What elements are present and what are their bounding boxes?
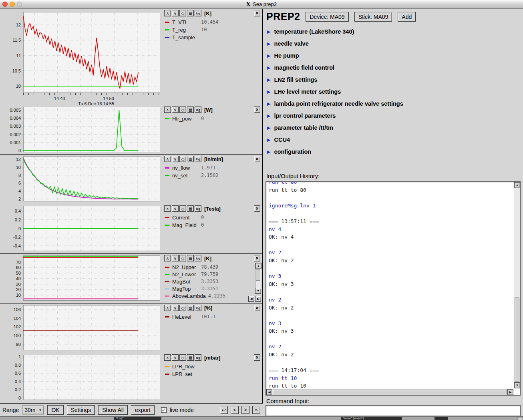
rescale-button[interactable]: ◇	[179, 305, 186, 311]
tree-item-6[interactable]: ▶LHe level meter settings	[267, 86, 520, 98]
legend-series-row[interactable]: Mag_Field0	[165, 221, 204, 229]
tree-item-8[interactable]: ▶lpr control parameters	[267, 110, 520, 122]
legend-series-row[interactable]: T_reg10	[165, 26, 207, 33]
settings-button[interactable]: Settings	[67, 405, 95, 415]
scroll-left-icon[interactable]: ◀	[266, 389, 272, 395]
options-button[interactable]: ▦	[187, 354, 194, 361]
scroll-down-icon[interactable]: ▼	[514, 382, 520, 388]
tree-item-5[interactable]: ▶LN2 fill settings	[267, 74, 520, 86]
close-plot-icon[interactable]: ×	[254, 107, 260, 113]
titlebar[interactable]: XSea prep2	[0, 0, 523, 9]
log-scale-button[interactable]: log	[195, 305, 201, 311]
legend-series-row[interactable]: Current0	[165, 214, 204, 221]
legend-horizontal-scroll-buttons[interactable]: ◀▶	[248, 296, 261, 302]
legend-series-row[interactable]: N2_Lower79.759	[165, 271, 218, 278]
scroll-down-button[interactable]: ∨	[172, 354, 179, 361]
log-scale-button[interactable]: log	[195, 354, 201, 361]
log-scale-button[interactable]: log	[195, 107, 201, 113]
scroll-left-icon[interactable]: ◀	[248, 296, 254, 302]
scroll-down-button[interactable]: ∨	[172, 255, 179, 261]
close-plot-icon[interactable]: ×	[254, 156, 260, 162]
options-button[interactable]: ▦	[187, 305, 194, 311]
scroll-down-button[interactable]: ∨	[172, 156, 179, 162]
plot-area[interactable]	[23, 206, 160, 251]
tree-item-2[interactable]: ▶needle valve	[267, 38, 520, 50]
scroll-right-icon[interactable]: ▶	[507, 389, 513, 395]
scroll-down-button[interactable]: ∨	[172, 305, 179, 311]
console-vertical-scrollbar[interactable]: ▲ ▼	[514, 182, 520, 388]
plot-area[interactable]	[23, 12, 160, 93]
scroll-down-button[interactable]: ∨	[172, 10, 179, 16]
io-history-console[interactable]: run tt 80run tt to 80 ignoreMsg lnv 1 ==…	[266, 181, 521, 396]
scroll-up-icon[interactable]: ▲	[514, 182, 520, 188]
scroll-up-button[interactable]: ∧	[164, 354, 171, 361]
legend-series-row[interactable]: AboveLambda4.2235	[165, 292, 225, 299]
scrollbar-thumb[interactable]	[515, 297, 519, 382]
legend-series-row[interactable]: nv_set2.1502	[165, 172, 218, 179]
tree-item-3[interactable]: ▶He pump	[267, 50, 520, 62]
legend-series-row[interactable]: nv_flow1.971	[165, 164, 215, 171]
scrollbar-thumb[interactable]	[273, 390, 507, 394]
scrollbar-thumb[interactable]	[256, 269, 260, 281]
refresh-icon[interactable]: ↩	[220, 406, 228, 414]
scroll-up-button[interactable]: ∧	[164, 255, 171, 261]
legend-series-row[interactable]: Htr_pow0	[165, 115, 204, 122]
device-button[interactable]: Device: MA09	[306, 12, 348, 22]
jump-to-end-icon[interactable]: »	[252, 406, 260, 414]
legend-series-row[interactable]: T_VTI10.454	[165, 18, 218, 26]
live-mode-checkbox[interactable]: ✓	[161, 407, 167, 413]
rescale-button[interactable]: ◇	[179, 10, 186, 16]
scroll-down-icon[interactable]: ▼	[255, 288, 261, 294]
step-forward-icon[interactable]: >	[241, 406, 249, 414]
scroll-up-button[interactable]: ∧	[164, 156, 171, 162]
scroll-up-button[interactable]: ∧	[164, 107, 171, 113]
log-scale-button[interactable]: log	[195, 255, 201, 261]
show-all-button[interactable]: Show All	[98, 405, 128, 415]
legend-series-row[interactable]: LPR_flow	[165, 363, 201, 370]
range-select[interactable]: 30m ▼	[22, 406, 44, 414]
log-scale-button[interactable]: log	[195, 205, 201, 212]
stick-button[interactable]: Stick: MA09	[354, 12, 392, 22]
rescale-button[interactable]: ◇	[179, 205, 186, 212]
options-button[interactable]: ▦	[187, 10, 194, 16]
legend-series-row[interactable]: T_sample	[165, 34, 201, 41]
legend-series-row[interactable]: MagTop3.3351	[165, 285, 218, 292]
scroll-right-icon[interactable]: ▶	[255, 296, 261, 302]
rescale-button[interactable]: ◇	[179, 255, 186, 261]
legend-series-row[interactable]: HeLevel101.1	[165, 313, 215, 320]
plot-area[interactable]	[23, 255, 160, 301]
tree-item-9[interactable]: ▶parameter table /tt/tm	[267, 122, 520, 134]
tree-item-4[interactable]: ▶magnetic field control	[267, 62, 520, 74]
tree-item-1[interactable]: ▶temperature (LakeShore 340)	[267, 26, 520, 38]
scroll-up-icon[interactable]: ▲	[255, 263, 262, 269]
command-input[interactable]	[266, 405, 521, 416]
close-plot-icon[interactable]: ×	[254, 205, 260, 212]
close-plot-icon[interactable]: ×	[254, 305, 260, 311]
close-plot-icon[interactable]: ×	[254, 255, 260, 261]
options-button[interactable]: ▦	[187, 107, 194, 113]
tree-item-11[interactable]: ▶configuration	[267, 146, 520, 158]
plot-area[interactable]	[23, 305, 160, 350]
tree-item-10[interactable]: ▶CCU4	[267, 134, 520, 146]
close-plot-icon[interactable]: ×	[254, 10, 260, 16]
legend-vertical-scrollbar[interactable]: ▲▼	[255, 263, 261, 294]
console-horizontal-scrollbar[interactable]: ◀ ▶	[266, 389, 513, 395]
legend-series-row[interactable]: LPR_set	[165, 370, 201, 378]
resize-grip[interactable]	[517, 417, 522, 420]
legend-series-row[interactable]: MagBot3.3353	[165, 278, 218, 285]
tree-item-7[interactable]: ▶lambda point refrigerator needle valve …	[267, 98, 520, 110]
legend-series-row[interactable]: N2_Upper78.439	[165, 263, 218, 271]
plot-area[interactable]	[23, 355, 160, 400]
rescale-button[interactable]: ◇	[179, 156, 186, 162]
scroll-down-button[interactable]: ∨	[172, 107, 179, 113]
step-back-icon[interactable]: <	[231, 406, 239, 414]
ok-button[interactable]: OK	[47, 405, 63, 415]
scroll-up-button[interactable]: ∧	[164, 305, 171, 311]
plot-area[interactable]	[23, 107, 160, 152]
add-button[interactable]: Add	[398, 12, 416, 22]
log-scale-button[interactable]: log	[195, 156, 201, 162]
scroll-up-button[interactable]: ∧	[164, 10, 171, 16]
export-button[interactable]: export	[131, 405, 155, 415]
close-plot-icon[interactable]: ×	[254, 354, 260, 361]
scroll-down-button[interactable]: ∨	[172, 205, 179, 212]
